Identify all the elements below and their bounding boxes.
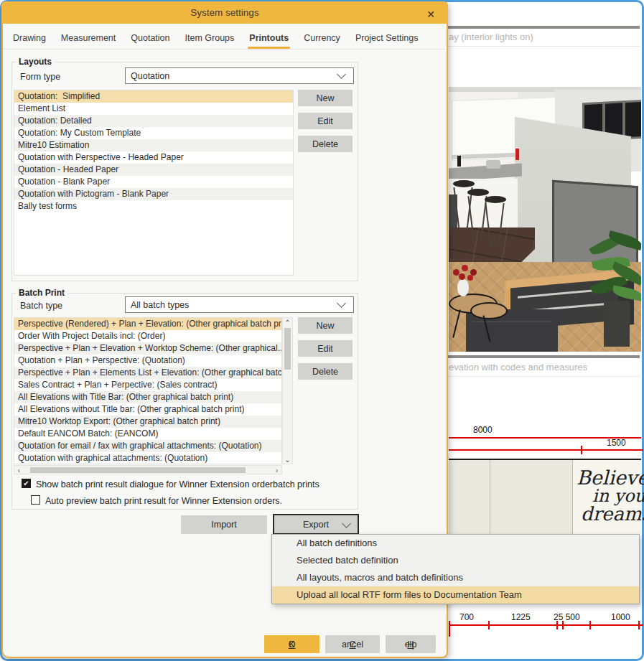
- tab-bar: DrawingMeasurementQuotationItem GroupsPr…: [13, 29, 444, 49]
- layout-list-item[interactable]: Mitre10 Estimation: [14, 139, 293, 151]
- dimension-tick: [556, 621, 558, 629]
- batch-list-item[interactable]: Sales Contract + Plan + Perpective: (Sal…: [14, 379, 281, 391]
- vertical-scrollbar[interactable]: ⌃ ⌄: [282, 317, 293, 464]
- dimension-line: [449, 624, 643, 626]
- bar-stool-seat: [467, 189, 489, 196]
- elevation-grid-line: [490, 460, 490, 534]
- import-button[interactable]: Import: [181, 515, 267, 534]
- elevation-grid-line: [572, 460, 573, 534]
- batch-list-item[interactable]: Quotation for email / fax with graphical…: [14, 440, 281, 452]
- batch-list-item[interactable]: Perspective + Plan + Elevation + Worktop…: [14, 342, 281, 355]
- batch-list-item[interactable]: Order With Project Details incl: (Order): [14, 330, 281, 342]
- layouts-list: Quotation: SimplifiedElement ListQuotati…: [14, 90, 294, 276]
- layout-list-item[interactable]: Quotation - Blank Paper: [14, 176, 293, 188]
- show-result-checkbox-label[interactable]: Show batch print result dialogue for Win…: [36, 479, 352, 489]
- dimension-tick: [589, 621, 591, 629]
- elevation-decal-text: Believe in your dreams: [577, 469, 644, 523]
- ok-button[interactable]: OK: [264, 635, 319, 653]
- layout-list-item[interactable]: Quotation with Perspective - Headed Pape…: [14, 151, 293, 164]
- tab[interactable]: Quotation: [131, 29, 169, 49]
- dimension-tick: [449, 621, 450, 637]
- bar-stool-seat: [453, 180, 475, 187]
- scroll-down-icon[interactable]: ⌄: [283, 455, 292, 464]
- counter-pot: [486, 160, 500, 169]
- layout-list-item[interactable]: Quotation - Headed Paper: [14, 164, 293, 176]
- layouts-new-button[interactable]: New: [298, 90, 353, 106]
- batch-list-item[interactable]: All Elevations without Title bar: (Other…: [14, 403, 281, 416]
- cancel-button[interactable]: Cancel: [325, 635, 380, 653]
- elevation-header: evation with codes and measures: [447, 359, 636, 376]
- dimension-label: 1500: [607, 438, 626, 448]
- layout-list-item[interactable]: Quotation: Simplified: [14, 90, 293, 103]
- form-type-label: Form type: [20, 72, 60, 82]
- show-result-checkbox[interactable]: ✔: [22, 479, 31, 488]
- tab[interactable]: Drawing: [13, 29, 46, 49]
- layouts-delete-button[interactable]: Delete: [298, 136, 353, 152]
- batch-list-item[interactable]: Default EANCOM Batch: (EANCOM): [14, 428, 281, 440]
- auto-preview-checkbox-label[interactable]: Auto preview batch print result for Winn…: [45, 496, 354, 506]
- tab[interactable]: Printouts: [249, 29, 289, 49]
- batch-print-list: Perspective (Rendered) + Plan + Elevatio…: [14, 317, 282, 464]
- batch-list-item[interactable]: Perspective (Rendered) + Plan + Elevatio…: [14, 318, 281, 330]
- elevation-wall: [449, 460, 572, 534]
- tabs-divider: [3, 49, 447, 50]
- tab[interactable]: Measurement: [61, 29, 116, 49]
- auto-preview-checkbox[interactable]: [31, 495, 40, 505]
- layouts-group-label: Layouts: [16, 57, 55, 67]
- dimension-label: 700: [459, 612, 474, 622]
- layout-list-item[interactable]: Element List: [14, 103, 293, 115]
- tab[interactable]: Item Groups: [185, 29, 235, 49]
- layout-list-item[interactable]: Quotation: Detailed: [14, 115, 293, 127]
- viewport-3d-header: ay (interior lights on): [447, 29, 636, 46]
- header-divider-2: [444, 376, 640, 377]
- batch-type-select[interactable]: All batch types: [125, 296, 354, 313]
- chevron-down-icon: [342, 519, 351, 528]
- tab[interactable]: Currency: [304, 29, 340, 49]
- batch-delete-button[interactable]: Delete: [298, 363, 353, 380]
- close-icon[interactable]: ✕: [424, 7, 438, 22]
- chevron-down-icon: [337, 70, 346, 79]
- scrollbar-thumb[interactable]: [284, 328, 291, 370]
- dialog-titlebar[interactable]: System settings: [1, 1, 448, 24]
- export-menu-item[interactable]: Selected batch definition: [272, 552, 639, 569]
- scroll-right-icon[interactable]: ›: [272, 466, 281, 474]
- export-button[interactable]: Export: [273, 514, 359, 535]
- export-menu-item[interactable]: All batch definitions: [272, 535, 639, 552]
- export-button-label: Export: [303, 520, 329, 530]
- batch-type-label: Batch type: [20, 301, 62, 311]
- dimension-tick: [562, 621, 564, 629]
- render-3d-view[interactable]: ieve nyour ams...: [449, 87, 641, 352]
- layout-list-item[interactable]: Quotation with Pictogram - Blank Paper: [14, 188, 293, 200]
- batch-list-item[interactable]: Quotation + Plan + Perspective: (Quotati…: [14, 355, 281, 367]
- chevron-down-icon: [337, 299, 346, 308]
- tab[interactable]: Project Settings: [355, 29, 419, 49]
- batch-print-group-label: Batch Print: [16, 288, 67, 298]
- scroll-up-icon[interactable]: ⌃: [283, 318, 292, 327]
- export-menu-item[interactable]: All layouts, macros and batch definition…: [272, 569, 639, 586]
- window-pane: [625, 102, 641, 137]
- layout-list-item[interactable]: Bally test forms: [14, 200, 293, 212]
- coffee-table: [470, 302, 508, 319]
- dimension-line: [449, 449, 643, 451]
- red-wall-item: [515, 149, 519, 160]
- help-button[interactable]: Help: [386, 635, 436, 653]
- dimension-label: 1000: [611, 612, 630, 622]
- batch-list-item[interactable]: Perspective + Plan + Elements List + Ele…: [14, 367, 281, 379]
- layout-list-item[interactable]: Quotation: My Custom Template: [14, 127, 293, 139]
- dimension-label: 1225: [511, 612, 531, 622]
- header-divider-1: [444, 46, 640, 47]
- form-type-select[interactable]: Quotation: [125, 67, 354, 84]
- batch-list-item[interactable]: All Elevations with Title Bar: (Other gr…: [14, 391, 281, 403]
- scroll-left-icon[interactable]: ‹: [14, 466, 24, 474]
- dimension-tick: [638, 621, 640, 629]
- scrollbar-thumb[interactable]: [30, 467, 246, 473]
- batch-new-button[interactable]: New: [298, 317, 353, 334]
- layouts-edit-button[interactable]: Edit: [298, 113, 353, 129]
- bar-stool-seat: [485, 196, 506, 203]
- dimension-tick: [581, 446, 582, 454]
- batch-list-item[interactable]: Mitre10 Worktop Export: (Other graphical…: [14, 416, 281, 428]
- batch-list-item[interactable]: Quotation with graphical attachments: (Q…: [14, 452, 281, 464]
- horizontal-scrollbar[interactable]: ‹ ›: [14, 465, 282, 474]
- export-menu-item[interactable]: Upload all local RTF form files to Docum…: [272, 586, 639, 604]
- batch-edit-button[interactable]: Edit: [298, 340, 353, 357]
